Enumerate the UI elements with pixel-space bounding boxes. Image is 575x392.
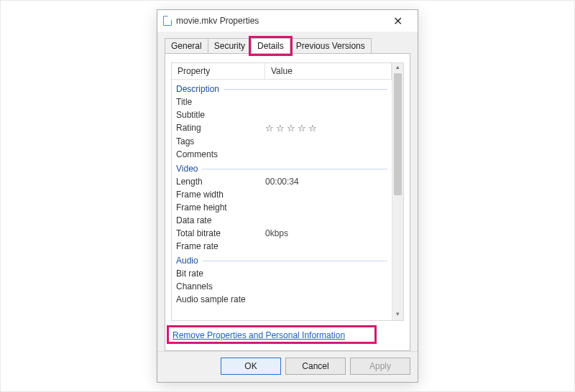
header-property[interactable]: Property xyxy=(172,63,265,79)
prop-value xyxy=(265,294,392,304)
window-title: movie.mkv Properties xyxy=(176,16,383,26)
prop-label: Frame width xyxy=(176,190,265,200)
prop-label: Title xyxy=(176,97,265,107)
row-rating[interactable]: Rating☆☆☆☆☆ xyxy=(172,121,392,135)
rows: Description Title Subtitle Rating☆☆☆☆☆ T… xyxy=(172,80,392,309)
row-channels[interactable]: Channels xyxy=(172,280,392,293)
scroll-up-icon[interactable]: ▴ xyxy=(392,63,403,73)
divider xyxy=(202,169,387,169)
cancel-button[interactable]: Cancel xyxy=(285,358,346,375)
group-audio-label: Audio xyxy=(176,256,198,266)
prop-value xyxy=(265,269,392,279)
details-tab-page: Property Value Description Title Subtitl… xyxy=(165,53,410,351)
close-icon[interactable]: ✕ xyxy=(383,14,412,28)
prop-label: Length xyxy=(176,177,265,187)
row-bit-rate[interactable]: Bit rate xyxy=(172,267,392,280)
titlebar: movie.mkv Properties ✕ xyxy=(157,10,418,32)
tab-details[interactable]: Details xyxy=(251,38,290,53)
tab-strip: General Security Details Previous Versio… xyxy=(165,36,410,53)
prop-value xyxy=(265,136,392,146)
prop-value xyxy=(265,202,392,213)
group-description: Description xyxy=(172,81,392,95)
tab-security[interactable]: Security xyxy=(208,38,252,53)
prop-label: Frame height xyxy=(176,202,265,213)
row-frame-rate[interactable]: Frame rate xyxy=(172,240,392,253)
property-list: Property Value Description Title Subtitl… xyxy=(171,62,404,321)
scroll-thumb[interactable] xyxy=(394,73,402,195)
property-list-body[interactable]: Property Value Description Title Subtitl… xyxy=(172,63,392,320)
prop-value: 00:00:34 xyxy=(265,177,392,187)
rating-stars-icon[interactable]: ☆☆☆☆☆ xyxy=(265,123,392,134)
scroll-down-icon[interactable]: ▾ xyxy=(392,310,403,320)
remove-properties-link[interactable]: Remove Properties and Personal Informati… xyxy=(172,330,345,340)
row-tags[interactable]: Tags xyxy=(172,135,392,148)
row-data-rate[interactable]: Data rate xyxy=(172,214,392,227)
prop-value xyxy=(265,281,392,291)
prop-value xyxy=(265,97,392,107)
prop-value: 0kbps xyxy=(265,228,392,238)
prop-label: Bit rate xyxy=(176,269,265,279)
remove-properties-row: Remove Properties and Personal Informati… xyxy=(171,321,404,345)
row-frame-height[interactable]: Frame height xyxy=(172,201,392,214)
prop-label: Rating xyxy=(176,123,265,134)
prop-value xyxy=(265,149,392,159)
dialog-buttons: OK Cancel Apply xyxy=(157,351,418,382)
tab-details-label: Details xyxy=(257,41,284,51)
prop-label: Audio sample rate xyxy=(176,294,265,304)
row-audio-sample-rate[interactable]: Audio sample rate xyxy=(172,293,392,306)
client-area: General Security Details Previous Versio… xyxy=(157,32,418,351)
divider xyxy=(224,89,387,90)
file-icon xyxy=(163,16,172,26)
row-total-bitrate[interactable]: Total bitrate0kbps xyxy=(172,227,392,240)
row-title[interactable]: Title xyxy=(172,95,392,108)
column-headers: Property Value xyxy=(172,63,392,80)
row-length[interactable]: Length00:00:34 xyxy=(172,175,392,188)
row-comments[interactable]: Comments xyxy=(172,148,392,161)
prop-label: Total bitrate xyxy=(176,228,265,238)
header-value[interactable]: Value xyxy=(265,63,392,79)
tab-previous-versions[interactable]: Previous Versions xyxy=(290,38,372,53)
group-video-label: Video xyxy=(176,164,198,174)
row-subtitle[interactable]: Subtitle xyxy=(172,108,392,121)
prop-label: Comments xyxy=(176,149,265,159)
prop-label: Tags xyxy=(176,136,265,146)
prop-label: Subtitle xyxy=(176,110,265,120)
prop-label: Channels xyxy=(176,281,265,291)
ok-button[interactable]: OK xyxy=(221,358,281,375)
prop-label: Data rate xyxy=(176,215,265,225)
group-description-label: Description xyxy=(176,84,219,94)
divider xyxy=(203,261,387,261)
group-video: Video xyxy=(172,161,392,175)
prop-value xyxy=(265,110,392,120)
prop-label: Frame rate xyxy=(176,241,265,251)
row-frame-width[interactable]: Frame width xyxy=(172,188,392,201)
prop-value xyxy=(265,241,392,251)
properties-dialog: movie.mkv Properties ✕ General Security … xyxy=(157,9,418,383)
vertical-scrollbar[interactable]: ▴ ▾ xyxy=(392,63,403,320)
prop-value xyxy=(265,215,392,225)
tab-general[interactable]: General xyxy=(165,38,208,53)
group-audio: Audio xyxy=(172,253,392,267)
apply-button[interactable]: Apply xyxy=(350,358,410,375)
prop-value xyxy=(265,190,392,200)
